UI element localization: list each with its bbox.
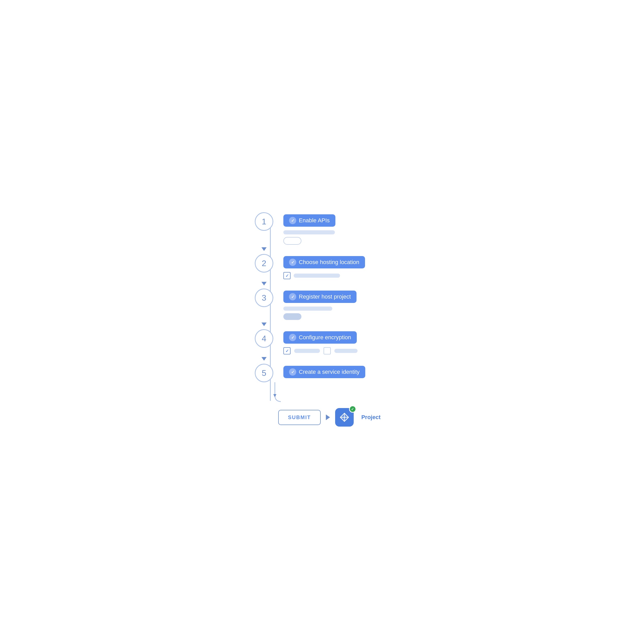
green-check-badge [349,405,356,413]
project-diamond-svg [340,412,349,422]
step-circle-5: 5 [255,364,273,382]
step-circle-4: 4 [255,329,273,348]
step-left-5: 5 [250,364,278,382]
checkbox-2 [283,272,291,279]
arrow-1 [250,247,278,251]
step-left-1: 1 [250,212,278,231]
step-badge-4: ✓ Configure encryption [283,331,357,344]
step-row-5: 5 ✓ Create a service identity [250,364,394,382]
check-icon-2: ✓ [289,259,296,266]
arrow-down-3 [261,323,267,326]
step-badge-1: ✓ Enable APIs [283,214,335,227]
step-badge-3: ✓ Register host project [283,291,357,303]
check-icon-1: ✓ [289,217,296,224]
step-content-4: ✓ Configure encryption [278,329,394,357]
checkbox-4b [324,347,331,354]
arrow-down-1 [261,247,267,251]
sub-pill-1 [283,237,301,245]
step-circle-1: 1 [255,212,273,231]
sub-items-1 [283,230,394,245]
sub-checkbox-row-2 [283,272,394,279]
sub-bar-4a [294,349,320,353]
arrow-down-2 [261,282,267,285]
submit-button[interactable]: SUBMIT [278,410,321,425]
diagram-container: 1 ✓ Enable APIs 2 [245,202,399,442]
sub-inline-4 [283,347,394,354]
sub-bar-2 [294,274,340,278]
sub-bar-3a [283,307,332,311]
step-row-3: 3 ✓ Register host project [250,289,394,322]
step-circle-2: 2 [255,254,273,273]
project-label: Project [361,414,381,421]
check-icon-4: ✓ [289,334,296,341]
step-left-2: 2 [250,254,278,273]
check-icon-3: ✓ [289,293,296,300]
sub-bar-4b [334,349,358,353]
step-row-1: 1 ✓ Enable APIs [250,212,394,247]
submit-section: SUBMIT Project [250,405,394,427]
arrow-3 [250,322,278,327]
curved-connector-svg [250,382,281,405]
step-content-5: ✓ Create a service identity [278,364,394,382]
step-content-3: ✓ Register host project [278,289,394,322]
arrow-2 [250,281,278,286]
arrow-right-icon [326,414,330,420]
arrow-down-4 [261,357,267,361]
step-content-2: ✓ Choose hosting location [278,254,394,281]
step-row-4: 4 ✓ Configure encryption [250,329,394,357]
bottom-connector [250,382,278,405]
checkbox-4a [283,347,291,354]
step-left-4: 4 [250,329,278,348]
step-left-3: 3 [250,289,278,307]
sub-bar-1 [283,230,335,234]
step-badge-2: ✓ Choose hosting location [283,256,365,268]
step-badge-5: ✓ Create a service identity [283,366,365,378]
sub-items-4 [283,347,394,354]
step-content-1: ✓ Enable APIs [278,212,394,247]
step-circle-3: 3 [255,289,273,307]
step-row-2: 2 ✓ Choose hosting location [250,254,394,281]
sub-pill-3 [283,313,301,320]
project-icon-wrap [335,408,354,427]
arrow-4 [250,357,278,361]
sub-items-2 [283,272,394,279]
svg-marker-2 [273,394,276,397]
check-icon-5: ✓ [289,368,296,376]
sub-items-3 [283,307,394,320]
